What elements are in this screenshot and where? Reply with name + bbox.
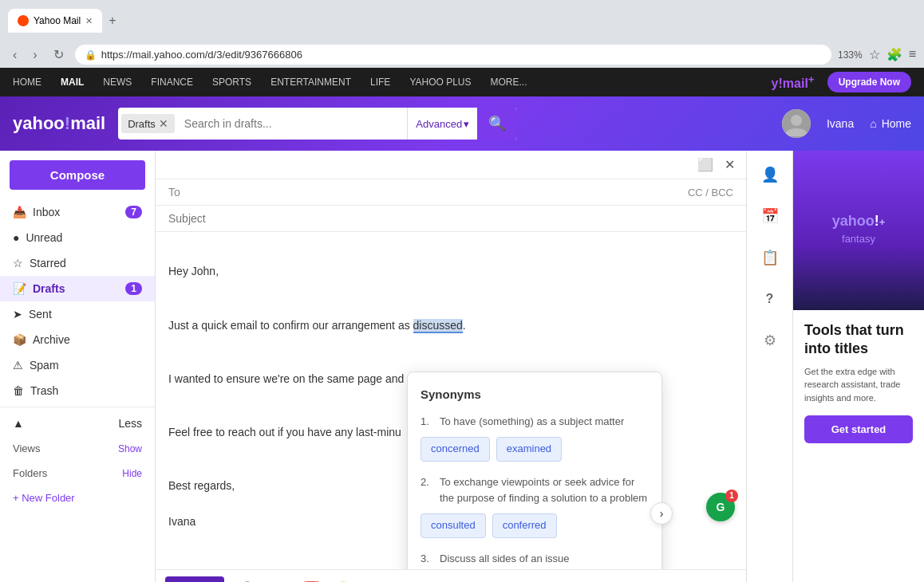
sidebar-item-starred[interactable]: ☆ Starred (0, 250, 155, 276)
show-button[interactable]: Show (118, 443, 142, 454)
compose-button[interactable]: Compose (10, 160, 145, 190)
calendar-panel-icon[interactable]: 📅 (756, 202, 784, 230)
grammarly-badge-initial: G (717, 498, 725, 516)
upgrade-button[interactable]: Upgrade Now (827, 72, 911, 92)
sent-icon: ➤ (13, 308, 22, 320)
gif-button[interactable]: GIF (263, 579, 291, 583)
nav-home[interactable]: HOME (13, 77, 41, 88)
back-button[interactable]: ‹ (8, 46, 22, 64)
archive-icon: 📦 (13, 333, 26, 346)
ad-cta-button[interactable]: Get started (804, 415, 913, 443)
grammarly-count: 1 (725, 490, 738, 502)
nav-more[interactable]: MORE... (491, 77, 527, 88)
forward-button[interactable]: › (28, 46, 41, 64)
ymail-logo-nav: y!mail+ (772, 73, 815, 91)
sidebar-item-archive[interactable]: 📦 Archive (0, 327, 155, 352)
contacts-icon: 👤 (761, 166, 779, 183)
nav-life[interactable]: LIFE (370, 77, 390, 88)
synonym-tag-concerned[interactable]: concerned (421, 437, 490, 462)
ad-sub-logo: fantasy (842, 233, 875, 245)
calendar-panel-icon-glyph: 📅 (761, 207, 779, 225)
new-folder-button[interactable]: + New Folder (0, 486, 155, 510)
synonym-tags-1: concerned examined (421, 437, 649, 462)
active-tab[interactable]: Yahoo Mail ✕ (8, 9, 102, 33)
nav-news[interactable]: NEWS (103, 77, 132, 88)
send-button[interactable]: Send (165, 576, 224, 582)
user-avatar[interactable] (782, 109, 811, 138)
contacts-panel-icon[interactable]: 👤 (756, 160, 784, 189)
url-box[interactable]: 🔒 https://mail.yahoo.com/d/3/edit/936766… (75, 45, 831, 65)
emoji-button[interactable]: 😊 (330, 578, 356, 582)
expand-icon: ⬜ (697, 158, 713, 171)
less-button[interactable]: ▲ Less (0, 411, 155, 436)
settings-panel-icon[interactable]: ⚙ (756, 326, 784, 355)
bookmark-icon[interactable]: ☆ (869, 47, 880, 62)
nav-mail[interactable]: MAIL (61, 77, 84, 88)
ad-content: yahoo!+ fantasy (793, 151, 924, 310)
subject-input[interactable] (168, 212, 733, 225)
refresh-button[interactable]: ↻ (49, 45, 69, 64)
sidebar-item-drafts[interactable]: 📝 Drafts 1 (0, 276, 155, 301)
tab-bar: Yahoo Mail ✕ + (8, 9, 120, 33)
home-button[interactable]: ⌂ Home (870, 117, 911, 130)
calendar-button[interactable]: 📅 (298, 578, 324, 582)
link-button[interactable]: 🔗 (231, 578, 256, 582)
new-tab-button[interactable]: + (105, 14, 119, 28)
notes-icon: 📋 (761, 249, 779, 266)
yahoo-mail-logo: yahoo!mail (13, 113, 105, 134)
cc-bcc-button[interactable]: CC / BCC (688, 187, 733, 199)
expand-compose-button[interactable]: ⬜ (696, 155, 715, 174)
drafts-label: Drafts (33, 282, 65, 295)
search-submit-button[interactable]: 🔍 (477, 108, 517, 140)
url-text: https://mail.yahoo.com/d/3/edit/93676668… (101, 49, 302, 61)
help-icon: ? (766, 292, 774, 306)
zoom-level: 133% (838, 49, 863, 61)
help-panel-icon[interactable]: ? (756, 285, 784, 313)
highlighted-word[interactable]: discussed (413, 319, 463, 333)
unread-label: Unread (26, 231, 62, 244)
grammarly-badge[interactable]: G 1 (706, 493, 735, 521)
synonym-num-3: 3. (421, 551, 433, 568)
synonym-tag-conferred[interactable]: conferred (492, 513, 557, 538)
tab-close-button[interactable]: ✕ (85, 16, 93, 26)
to-input[interactable] (192, 186, 688, 199)
sidebar-item-spam[interactable]: ⚠ Spam (0, 352, 155, 378)
search-input[interactable] (178, 114, 408, 133)
nav-sports[interactable]: SPORTS (212, 77, 251, 88)
subject-field (156, 206, 746, 232)
sidebar-divider (0, 407, 155, 407)
sidebar-item-unread[interactable]: ● Unread (0, 225, 155, 250)
spam-label: Spam (30, 359, 59, 372)
email-body[interactable]: Hey John, Just a quick email to confirm … (156, 232, 746, 569)
sidebar-item-sent[interactable]: ➤ Sent (0, 301, 155, 327)
ad-logo: yahoo!+ (832, 213, 886, 230)
sidebar-item-trash[interactable]: 🗑 Trash (0, 378, 155, 403)
folders-section: Folders Hide (0, 461, 155, 486)
search-tag-drafts[interactable]: Drafts ✕ (121, 114, 175, 133)
compose-toolbar: Send 🔗 GIF 📅 😊 Saved 🗑 (156, 569, 746, 582)
notes-panel-icon[interactable]: 📋 (756, 243, 784, 272)
popup-nav-arrow[interactable]: › (650, 502, 673, 525)
nav-finance[interactable]: FINANCE (151, 77, 193, 88)
header-right: Ivana ⌂ Home (782, 109, 911, 138)
advanced-label: Advanced (416, 118, 462, 130)
extensions-icon[interactable]: 🧩 (886, 47, 902, 62)
synonym-tag-examined[interactable]: examined (496, 437, 562, 462)
search-tag-close[interactable]: ✕ (159, 117, 168, 130)
sent-label: Sent (29, 308, 52, 320)
sidebar-item-inbox[interactable]: 📥 Inbox 7 (0, 199, 155, 225)
nav-entertainment[interactable]: ENTERTAINMENT (270, 77, 351, 88)
advanced-chevron-icon: ▾ (464, 118, 469, 130)
home-label: Home (882, 117, 911, 130)
advanced-button[interactable]: Advanced ▾ (407, 108, 477, 140)
nav-yahooplus[interactable]: YAHOO PLUS (409, 77, 471, 88)
close-compose-button[interactable]: ✕ (723, 155, 736, 174)
menu-icon[interactable]: ≡ (909, 47, 916, 62)
synonym-tag-consulted[interactable]: consulted (421, 513, 486, 538)
svg-point-1 (791, 115, 802, 126)
ad-panel: yahoo!+ fantasy Tools that turn into tit… (792, 151, 924, 582)
hide-button[interactable]: Hide (122, 468, 142, 479)
trash-label: Trash (30, 384, 58, 397)
star-icon: ☆ (13, 257, 23, 269)
yahoo-nav-right: y!mail+ Upgrade Now (772, 72, 911, 92)
